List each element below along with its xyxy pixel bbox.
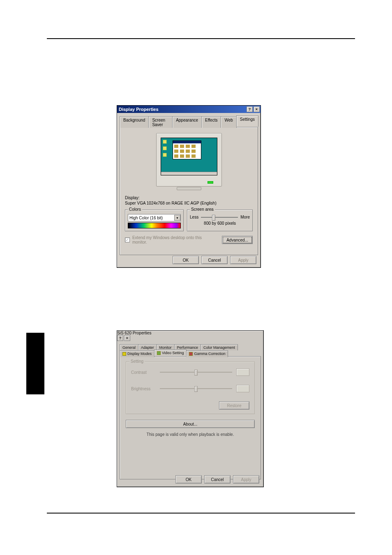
screen-area-value: 800 by 600 pixels <box>190 221 250 226</box>
screen-area-group: Screen area Less More 800 by 600 pixels <box>187 210 253 231</box>
desktop-icon <box>163 140 167 144</box>
titlebar[interactable]: Display Properties ? × <box>117 106 261 113</box>
tab-appearance[interactable]: Appearance <box>172 116 202 128</box>
contrast-label: Contrast <box>131 370 156 375</box>
brightness-value <box>236 385 249 392</box>
ok-button[interactable]: OK <box>175 475 202 484</box>
sis620-properties-dialog: SiS 620 Properties ? × General Adapter M… <box>117 330 264 487</box>
cancel-button[interactable]: Cancel <box>201 256 228 264</box>
video-setting-icon <box>157 351 161 355</box>
tab-display-modes[interactable]: Display Modes <box>120 350 154 357</box>
extend-desktop-checkbox[interactable]: ✓ <box>125 237 130 242</box>
tab-web[interactable]: Web <box>221 116 236 128</box>
tab-video-setting[interactable]: Video Setting <box>154 350 187 356</box>
screen-area-less: Less <box>190 215 198 219</box>
help-button[interactable]: ? <box>117 335 123 341</box>
colors-group: Colors High Color (16 bit) ▼ <box>125 210 184 231</box>
tab-color-management[interactable]: Color Management <box>201 344 238 350</box>
about-button[interactable]: About... <box>126 420 255 428</box>
desktop-icon <box>163 153 167 157</box>
dialog-title: SiS 620 Properties <box>117 331 151 335</box>
tab-settings[interactable]: Settings <box>236 115 258 127</box>
display-text: Super VGA 1024x768 on RAGE IIC AGP (Engl… <box>125 201 217 205</box>
extend-desktop-label: Extend my Windows desktop onto this moni… <box>132 235 217 244</box>
apply-button[interactable]: Apply <box>233 475 259 484</box>
setting-group: Setting Contrast Brightness Restore <box>126 362 255 414</box>
tab-general[interactable]: General <box>120 344 138 350</box>
brightness-label: Brightness <box>131 387 156 391</box>
chevron-down-icon[interactable]: ▼ <box>174 215 180 221</box>
close-button[interactable]: × <box>254 106 260 112</box>
desktop-icon <box>163 146 167 150</box>
advanced-button[interactable]: Advanced... <box>222 236 253 244</box>
display-label: Display: <box>125 196 140 200</box>
colors-group-label: Colors <box>128 207 142 212</box>
bottom-divider <box>47 513 355 514</box>
colors-combo[interactable]: High Color (16 bit) ▼ <box>128 214 181 221</box>
mini-taskbar <box>161 172 217 175</box>
restore-button[interactable]: Restore <box>219 401 249 410</box>
screen-area-group-label: Screen area <box>190 207 214 212</box>
monitor-preview <box>156 133 222 187</box>
screen-area-slider[interactable] <box>201 217 238 218</box>
dialog-title: Display Properties <box>119 107 159 112</box>
display-modes-icon <box>122 352 126 356</box>
tab-background[interactable]: Background <box>120 116 149 128</box>
tab-gamma-correction[interactable]: Gamma Correction <box>186 350 228 357</box>
side-black-tab <box>26 333 44 394</box>
monitor-led-icon <box>208 181 213 184</box>
titlebar[interactable]: SiS 620 Properties ? × <box>117 331 263 341</box>
setting-group-label: Setting <box>129 359 145 364</box>
colors-value: High Color (16 bit) <box>129 216 163 220</box>
help-button[interactable]: ? <box>247 106 253 112</box>
validity-note: This page is valid only when playback is… <box>126 432 255 437</box>
color-spectrum-icon <box>128 223 181 228</box>
close-button[interactable]: × <box>124 335 130 341</box>
contrast-slider[interactable] <box>160 372 232 373</box>
contrast-value <box>236 368 249 376</box>
apply-button[interactable]: Apply <box>230 256 256 264</box>
cancel-button[interactable]: Cancel <box>204 475 231 484</box>
ok-button[interactable]: OK <box>173 256 199 264</box>
brightness-slider[interactable] <box>160 388 232 389</box>
mini-window <box>173 140 201 159</box>
display-properties-dialog: Display Properties ? × Background Screen… <box>117 105 261 268</box>
top-divider <box>47 38 355 39</box>
gamma-correction-icon <box>189 352 193 356</box>
tab-effects[interactable]: Effects <box>201 116 221 128</box>
tab-screen-saver[interactable]: Screen Saver <box>148 116 173 128</box>
screen-area-more: More <box>240 215 250 219</box>
